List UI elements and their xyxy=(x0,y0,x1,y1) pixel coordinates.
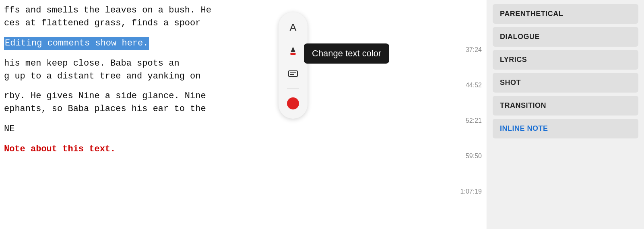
text-block-2: Editing comments show here. xyxy=(4,37,439,50)
text-line-6: rby. He gives Nine a side glance. Nine xyxy=(4,90,439,103)
time-label-1: 37:24 xyxy=(451,32,487,68)
toolbar-divider xyxy=(287,89,299,89)
svg-rect-1 xyxy=(290,53,296,55)
inline-note-button[interactable]: INLINE NOTE xyxy=(493,119,638,138)
text-line-ne: NE xyxy=(4,123,439,136)
svg-marker-0 xyxy=(291,47,295,52)
text-block-1: ffs and smells the leaves on a bush. He … xyxy=(4,4,439,30)
time-label-4: 59:50 xyxy=(451,138,487,174)
font-icon: A xyxy=(289,21,296,34)
text-block-5: NE xyxy=(4,123,439,136)
text-panel: ffs and smells the leaves on a bush. He … xyxy=(0,0,451,229)
text-line-1: ffs and smells the leaves on a bush. He xyxy=(4,4,439,17)
svg-rect-2 xyxy=(289,71,297,76)
parenthetical-button[interactable]: PARENTHETICAL xyxy=(493,4,638,24)
text-line-2: ces at flattened grass, finds a spoor xyxy=(4,17,439,30)
text-block-4: rby. He gives Nine a side glance. Nine e… xyxy=(4,90,439,116)
text-line-red: Note about this text. xyxy=(4,143,439,156)
record-button[interactable] xyxy=(283,94,303,113)
color-button[interactable] xyxy=(283,41,303,60)
right-panel: PARENTHETICAL DIALOGUE LYRICS SHOT TRANS… xyxy=(487,0,644,229)
time-label-3: 52:21 xyxy=(451,103,487,138)
comment-button[interactable] xyxy=(283,64,303,84)
text-line-4: his men keep close. Baba spots an xyxy=(4,57,439,70)
color-fill-icon xyxy=(287,45,299,56)
time-label-5: 1:07:19 xyxy=(451,174,487,209)
text-block-3: his men keep close. Baba spots an g up t… xyxy=(4,57,439,83)
font-button[interactable]: A xyxy=(283,18,303,37)
floating-toolbar: A xyxy=(279,12,308,119)
shot-button[interactable]: SHOT xyxy=(493,73,638,93)
text-block-6: Note about this text. xyxy=(4,143,439,156)
red-dot-icon xyxy=(287,97,299,109)
comment-icon xyxy=(287,68,299,80)
lyrics-button[interactable]: LYRICS xyxy=(493,50,638,70)
dialogue-button[interactable]: DIALOGUE xyxy=(493,27,638,47)
text-line-7: ephants, so Baba places his ear to the xyxy=(4,103,439,116)
transition-button[interactable]: TRANSITION xyxy=(493,96,638,116)
time-column: 37:24 44:52 52:21 59:50 1:07:19 xyxy=(451,0,487,229)
time-label-2: 44:52 xyxy=(451,68,487,103)
text-line-5: g up to a distant tree and yanking on xyxy=(4,70,439,83)
highlighted-text: Editing comments show here. xyxy=(4,37,149,50)
